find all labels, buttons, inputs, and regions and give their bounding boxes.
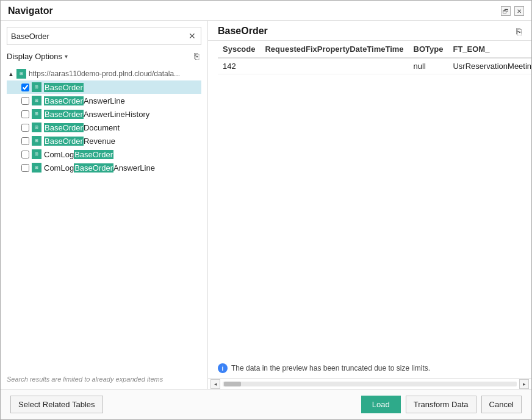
footer: Select Related Tables Load Transform Dat… xyxy=(1,389,531,419)
window-title: Navigator xyxy=(8,5,53,16)
tree-item-baseorderanswerlinehistory[interactable]: ⊞ BaseOrderAnswerLineHistory xyxy=(7,107,201,121)
table-icon-baseorderanswerline: ⊞ xyxy=(32,96,41,105)
col-fteom: FT_EOM_ xyxy=(448,41,531,58)
root-table-icon: ⊞ xyxy=(16,69,26,79)
checkbox-baseorderrevenue[interactable] xyxy=(21,137,29,145)
window-controls: 🗗 ✕ xyxy=(501,6,524,16)
label-comlogbaseorderanswerline: ComLogBaseOrderAnswerLine xyxy=(44,163,155,173)
highlight-comlogbaseorder: BaseOrder xyxy=(74,150,113,159)
scroll-left-button[interactable]: ◂ xyxy=(210,379,220,389)
display-options-arrow: ▾ xyxy=(65,53,68,60)
left-panel: ✕ Display Options ▾ ⎘ ▲ ⊞ https://aaras1… xyxy=(1,21,208,389)
display-options-label: Display Options xyxy=(7,52,62,61)
checkbox-baseorderdocument[interactable] xyxy=(21,124,29,132)
transform-data-button[interactable]: Transform Data xyxy=(406,396,476,413)
highlight-baseorderdocument: BaseOrder xyxy=(44,123,84,132)
table-icon-comlogbaseorderanswerline: ⊞ xyxy=(32,163,41,173)
cancel-button[interactable]: Cancel xyxy=(481,396,522,413)
tree-item-comlogbaseorderanswerline[interactable]: ⊞ ComLogBaseOrderAnswerLine xyxy=(7,161,201,174)
tree-item-comlogbaseorder[interactable]: ⊞ ComLogBaseOrder xyxy=(7,148,201,161)
info-icon: i xyxy=(218,363,228,373)
cell-syscode: 142 xyxy=(218,58,260,74)
search-clear-button[interactable]: ✕ xyxy=(184,27,201,44)
search-input[interactable] xyxy=(7,32,184,41)
col-botype: BOType xyxy=(409,41,448,58)
highlight-baseorderrevenue: BaseOrder xyxy=(44,137,84,146)
tree-expand-icon: ▲ xyxy=(8,71,14,77)
col-syscode: Syscode xyxy=(218,41,260,58)
restore-button[interactable]: 🗗 xyxy=(501,6,511,16)
search-note: Search results are limited to already ex… xyxy=(7,373,201,383)
cell-fteom: UsrReservationMeetingRoom xyxy=(448,58,531,74)
label-baseorderdocument: BaseOrderDocument xyxy=(44,123,120,132)
preview-title: BaseOrder xyxy=(218,26,268,37)
preview-icon-button[interactable]: ⎘ xyxy=(516,26,522,37)
preview-header: BaseOrder ⎘ xyxy=(208,21,531,41)
table-icon-comlogbaseorder: ⊞ xyxy=(32,149,41,159)
navigator-window: Navigator 🗗 ✕ ✕ Display Options ▾ ⎘ xyxy=(0,0,532,420)
search-box: ✕ xyxy=(7,27,201,45)
table-icon-baseorderdocument: ⊞ xyxy=(32,123,41,132)
footer-right: Load Transform Data Cancel xyxy=(361,396,522,413)
table-icon-baseorderrevenue: ⊞ xyxy=(32,136,41,146)
tree-item-baseorder[interactable]: ⊞ BaseOrder xyxy=(7,80,201,94)
main-content: ✕ Display Options ▾ ⎘ ▲ ⊞ https://aaras1… xyxy=(1,21,531,389)
close-button[interactable]: ✕ xyxy=(514,6,524,16)
tree-item-baseorderdocument[interactable]: ⊞ BaseOrderDocument xyxy=(7,121,201,134)
load-button[interactable]: Load xyxy=(361,396,401,413)
root-label: https://aaras110demo-prod.plnd.cloud/dat… xyxy=(29,69,180,78)
checkbox-comlogbaseorderanswerline[interactable] xyxy=(21,164,29,172)
label-baseorderanswerlinehistory: BaseOrderAnswerLineHistory xyxy=(44,110,149,119)
scroll-track[interactable] xyxy=(223,382,517,386)
horizontal-scrollbar[interactable]: ◂ ▸ xyxy=(208,378,531,389)
right-panel: BaseOrder ⎘ Syscode RequestedFixProperty… xyxy=(208,21,531,389)
table-row: 142 null UsrReservationMeetingRoom xyxy=(218,58,531,74)
footer-left: Select Related Tables xyxy=(10,396,103,413)
cell-requestedfixproperty xyxy=(260,58,408,74)
tree-item-baseorderanswerline[interactable]: ⊞ BaseOrderAnswerLine xyxy=(7,94,201,107)
highlight-baseorderanswerline: BaseOrder xyxy=(44,96,84,105)
label-baseorderrevenue: BaseOrderRevenue xyxy=(44,137,115,146)
tree-area: ▲ ⊞ https://aaras110demo-prod.plnd.cloud… xyxy=(7,67,201,373)
display-options-button[interactable]: Display Options ▾ xyxy=(7,52,68,61)
label-comlogbaseorder: ComLogBaseOrder xyxy=(44,150,113,159)
info-message: The data in the preview has been truncat… xyxy=(231,364,430,372)
tree-item-baseorderrevenue[interactable]: ⊞ BaseOrderRevenue xyxy=(7,134,201,148)
scroll-right-button[interactable]: ▸ xyxy=(519,379,529,389)
checkbox-baseorder[interactable] xyxy=(21,84,29,91)
checkbox-baseorderanswerline[interactable] xyxy=(21,97,29,105)
cell-botype: null xyxy=(409,58,448,74)
info-bar: i The data in the preview has been trunc… xyxy=(208,358,531,378)
tree-root[interactable]: ▲ ⊞ https://aaras110demo-prod.plnd.cloud… xyxy=(7,67,201,80)
highlight-baseorderanswerlinehistory: BaseOrder xyxy=(44,110,84,119)
label-baseorder: BaseOrder xyxy=(44,83,84,92)
highlight-baseorder: BaseOrder xyxy=(44,83,84,92)
table-icon-baseorder: ⊞ xyxy=(32,82,41,92)
checkbox-baseorderanswerlinehistory[interactable] xyxy=(21,110,29,118)
label-baseorderanswerline: BaseOrderAnswerLine xyxy=(44,96,125,105)
checkbox-comlogbaseorder[interactable] xyxy=(21,151,29,158)
preview-table: Syscode RequestedFixPropertyDateTimeTime… xyxy=(218,41,531,74)
nav-icon-button[interactable]: ⎘ xyxy=(192,50,201,62)
highlight-comlogbaseorderanswerline: BaseOrder xyxy=(74,163,113,173)
select-related-tables-button[interactable]: Select Related Tables xyxy=(10,396,103,413)
scroll-thumb xyxy=(224,382,241,386)
display-options-bar: Display Options ▾ ⎘ xyxy=(7,50,201,62)
table-icon-baseorderanswerlinehistory: ⊞ xyxy=(32,109,41,119)
col-requestedfixproperty: RequestedFixPropertyDateTimeTime xyxy=(260,41,408,58)
title-bar: Navigator 🗗 ✕ xyxy=(1,1,531,21)
preview-table-wrap[interactable]: Syscode RequestedFixPropertyDateTimeTime… xyxy=(208,41,531,358)
